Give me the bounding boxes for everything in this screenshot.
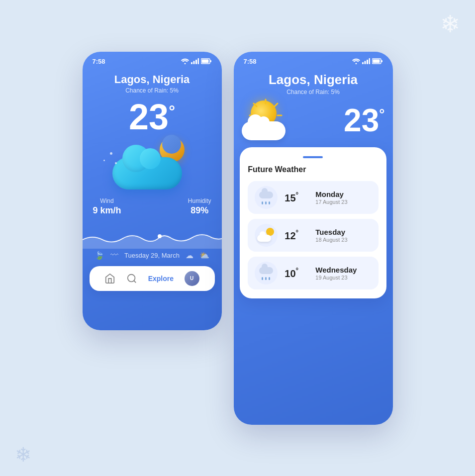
degree-wednesday: °	[296, 267, 299, 275]
tuesday-date: 18 August 23	[315, 237, 347, 243]
temperature-left: 23°	[129, 99, 175, 135]
card-handle	[303, 156, 323, 158]
degree-tuesday: °	[296, 229, 299, 237]
weather-stats-left: Wind 9 km/h Humidity 89%	[93, 197, 211, 216]
svg-point-8	[158, 234, 162, 238]
svg-rect-18	[381, 60, 382, 62]
signal-icon-left	[191, 58, 199, 64]
wind-stat: Wind 9 km/h	[93, 197, 121, 216]
svg-rect-17	[373, 60, 380, 63]
svg-point-9	[128, 274, 135, 282]
phone-right: 7:58 La	[234, 52, 393, 425]
phone-left: 7:58 La	[83, 52, 222, 330]
city-name-right: Lagos, Nigeria	[269, 72, 358, 88]
snowflake-top-right: ❄	[440, 10, 460, 38]
nav-home[interactable]	[104, 273, 115, 284]
signal-icon-right	[362, 58, 370, 64]
degree-monday: °	[296, 191, 299, 199]
moon-cloud-icon	[107, 135, 197, 190]
degree-right: °	[379, 107, 384, 121]
wave-icon: 〰	[110, 251, 118, 260]
forecast-icon-wednesday	[255, 262, 278, 285]
forecast-icon-monday	[255, 186, 278, 209]
battery-icon-right	[372, 58, 383, 64]
right-cloud	[242, 121, 285, 140]
right-weather-row: 23°	[242, 100, 385, 140]
nav-profile[interactable]: U	[185, 271, 199, 286]
mini-rain-drops-3	[262, 277, 270, 280]
tuesday-name: Tuesday	[315, 228, 347, 236]
cloud-body	[112, 157, 182, 190]
future-weather-card: Future Weather 15°	[240, 147, 386, 298]
svg-rect-7	[210, 60, 211, 62]
svg-rect-14	[367, 60, 368, 64]
status-icons-left	[181, 58, 212, 64]
city-name-left: Lagos, Nigeria	[114, 73, 190, 86]
wind-value: 9 km/h	[93, 205, 121, 216]
status-bar-left: 7:58	[83, 52, 222, 69]
svg-point-0	[184, 63, 186, 65]
nav-search[interactable]	[126, 273, 137, 284]
forecast-item-tuesday: 12° Tuesday 18 August 23	[248, 219, 378, 252]
degree-left: °	[169, 103, 175, 119]
forecast-temp-wednesday: 10°	[285, 267, 308, 280]
forecast-item-wednesday: 10° Wednesday 19 August 23	[248, 257, 378, 289]
cloud-icon-small2: ⛅	[199, 251, 209, 260]
wednesday-name: Wednesday	[315, 266, 357, 274]
svg-line-10	[134, 281, 136, 283]
forecast-temp-monday: 15°	[285, 191, 308, 204]
status-bar-right: 7:58	[234, 52, 393, 69]
phones-container: 7:58 La	[83, 52, 393, 425]
nav-explore[interactable]: Explore	[148, 275, 174, 283]
sun-cloud-icon	[242, 100, 291, 140]
svg-rect-12	[362, 62, 364, 64]
mini-rain-drops-1	[262, 201, 270, 204]
monday-name: Monday	[315, 190, 347, 198]
temperature-right: 23°	[344, 104, 384, 136]
svg-rect-6	[201, 60, 208, 63]
rain-chance-left: Chance of Rain: 5%	[125, 87, 179, 94]
svg-point-11	[355, 63, 357, 65]
wifi-icon-left	[181, 58, 189, 64]
mini-cloud2-1	[257, 235, 271, 242]
time-right: 7:58	[244, 58, 257, 65]
forecast-temp-tuesday: 12°	[285, 229, 308, 242]
svg-rect-2	[193, 61, 194, 65]
mini-cloud-1	[259, 191, 273, 198]
status-icons-right	[352, 58, 383, 64]
bottom-nav: Explore U	[90, 266, 215, 291]
wave-svg	[83, 224, 222, 249]
wednesday-date: 19 August 23	[315, 275, 357, 281]
profile-avatar: U	[185, 271, 199, 286]
forecast-day-monday: Monday 17 August 23	[315, 190, 347, 205]
wind-icon: 🍃	[95, 251, 104, 260]
forecast-icon-tuesday	[255, 224, 278, 247]
svg-line-24	[254, 103, 257, 106]
mini-cloud-3	[259, 267, 273, 274]
forecast-day-tuesday: Tuesday 18 August 23	[315, 228, 347, 243]
rain-chance-right: Chance of Rain: 5%	[286, 89, 340, 95]
current-date: Tuesday 29, March	[124, 252, 180, 259]
svg-rect-1	[191, 62, 192, 64]
battery-icon-left	[201, 58, 212, 64]
humidity-stat: Humidity 89%	[188, 197, 211, 216]
svg-rect-4	[197, 58, 199, 64]
mini-rain-cloud-wednesday	[258, 266, 275, 280]
svg-rect-3	[195, 60, 197, 64]
mini-rain-cloud-monday	[258, 190, 275, 204]
date-bar: 🍃 〰 Tuesday 29, March ☁ ⛅	[95, 251, 209, 260]
svg-rect-15	[369, 58, 370, 64]
wave-area	[83, 224, 222, 249]
future-title: Future Weather	[248, 165, 378, 174]
cloud-icon-small: ☁	[186, 251, 193, 260]
svg-rect-13	[364, 61, 366, 65]
wifi-icon-right	[352, 58, 360, 64]
svg-line-26	[275, 103, 278, 106]
snowflake-bottom-left: ❄	[15, 443, 32, 466]
forecast-day-wednesday: Wednesday 19 August 23	[315, 266, 357, 281]
forecast-item-monday: 15° Monday 17 August 23	[248, 181, 378, 214]
monday-date: 17 August 23	[315, 199, 347, 205]
humidity-label: Humidity	[188, 197, 211, 204]
time-left: 7:58	[93, 58, 105, 65]
mini-partly-tuesday	[257, 228, 275, 243]
